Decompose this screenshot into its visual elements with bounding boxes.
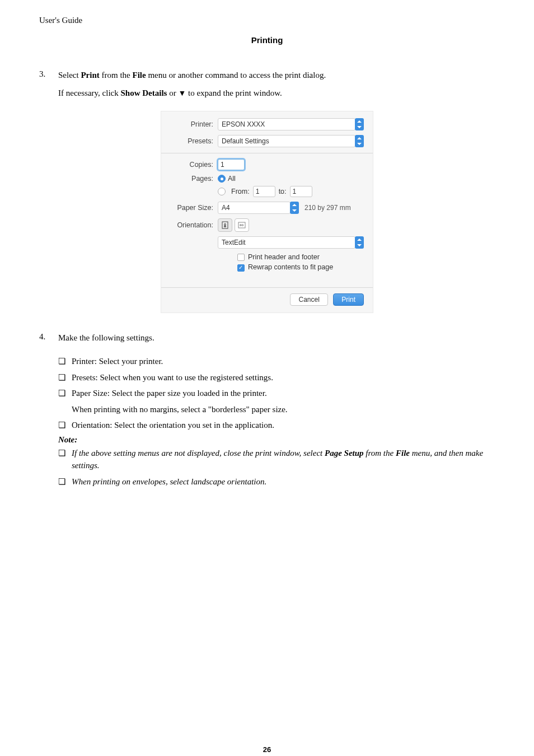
- print-header-label: Print header and footer: [248, 253, 320, 261]
- stepper-icon[interactable]: [355, 118, 364, 130]
- portrait-icon: [222, 221, 228, 229]
- print-dialog: Printer: EPSON XXXX Presets: Default Set…: [161, 111, 373, 313]
- presets-value: Default Settings: [222, 137, 352, 145]
- note-heading: Note:: [58, 435, 495, 445]
- pages-from-value: 1: [256, 188, 260, 195]
- pages-to-value: 1: [293, 188, 297, 195]
- text: from the: [100, 71, 133, 80]
- pages-all-radio[interactable]: [218, 175, 226, 183]
- pages-to-input[interactable]: 1: [290, 186, 312, 197]
- page-number: 26: [39, 745, 495, 754]
- landscape-icon: [238, 222, 246, 228]
- step-number: 4.: [39, 332, 58, 350]
- bullet-icon: ❏: [58, 371, 72, 384]
- text: If necessary, click: [58, 88, 120, 97]
- copies-input[interactable]: 1: [218, 159, 245, 170]
- print-button[interactable]: Print: [333, 293, 364, 306]
- step4-intro: Make the following settings.: [58, 332, 495, 344]
- copies-value: 1: [221, 161, 224, 169]
- orientation-label: Orientation:: [170, 221, 218, 229]
- pages-from-input[interactable]: 1: [253, 186, 275, 197]
- printer-value: EPSON XXXX: [222, 120, 352, 128]
- list-item: Presets: Select when you want to use the…: [72, 371, 495, 384]
- panel-select[interactable]: TextEdit: [218, 236, 355, 249]
- printer-select[interactable]: EPSON XXXX: [218, 118, 355, 130]
- stepper-icon[interactable]: [290, 202, 299, 214]
- text: or: [167, 88, 178, 97]
- pages-label: Pages:: [170, 175, 218, 183]
- text: Select: [58, 71, 81, 80]
- papersize-label: Paper Size:: [170, 204, 218, 212]
- copies-label: Copies:: [170, 161, 218, 169]
- stepper-icon[interactable]: [355, 135, 364, 147]
- note-item: When printing on envelopes, select lands…: [72, 475, 495, 488]
- stepper-icon[interactable]: [355, 236, 364, 249]
- list-item-sub: When printing with no margins, select a …: [72, 403, 495, 416]
- section-heading: Printing: [39, 35, 495, 45]
- cancel-button[interactable]: Cancel: [290, 293, 327, 306]
- print-header-checkbox[interactable]: [237, 254, 245, 261]
- down-triangle-icon: ▼: [178, 88, 186, 99]
- pages-from-radio[interactable]: [218, 188, 226, 195]
- note-item: If the above setting menus are not displ…: [72, 447, 495, 472]
- step3-line1: Select Print from the File menu or anoth…: [58, 69, 495, 82]
- step-number: 3.: [39, 69, 58, 105]
- text: If the above setting menus are not displ…: [72, 449, 325, 458]
- rewrap-checkbox[interactable]: [237, 264, 245, 272]
- list-item: Paper Size: Select the paper size you lo…: [72, 387, 495, 400]
- panel-select-value: TextEdit: [222, 239, 352, 246]
- printer-label: Printer:: [170, 120, 218, 128]
- list-item: Printer: Select your printer.: [72, 355, 495, 368]
- presets-label: Presets:: [170, 137, 218, 145]
- papersize-value: A4: [222, 204, 287, 212]
- text: Page Setup: [325, 449, 364, 458]
- list-item: Orientation: Select the orientation you …: [72, 419, 495, 432]
- orientation-portrait-button[interactable]: [218, 218, 232, 232]
- pages-to-label: to:: [279, 188, 287, 195]
- text: File: [396, 449, 410, 458]
- rewrap-label: Rewrap contents to fit page: [248, 263, 333, 271]
- text: Print: [81, 71, 99, 80]
- pages-all-label: All: [228, 175, 236, 183]
- text: from the: [364, 449, 396, 458]
- presets-select[interactable]: Default Settings: [218, 135, 355, 147]
- text: to expand the print window.: [186, 88, 282, 97]
- papersize-dimensions: 210 by 297 mm: [305, 204, 351, 212]
- bullet-icon: ❏: [58, 447, 72, 460]
- bullet-icon: ❏: [58, 355, 72, 368]
- pages-from-label: From:: [231, 188, 250, 195]
- text: Show Details: [120, 88, 167, 97]
- step3-line2: If necessary, click Show Details or ▼ to…: [58, 87, 495, 100]
- text: menu or another command to access the pr…: [146, 71, 326, 80]
- bullet-icon: ❏: [58, 387, 72, 400]
- text: File: [132, 71, 146, 80]
- bullet-icon: ❏: [58, 475, 72, 488]
- doc-title: User's Guide: [39, 16, 495, 25]
- bullet-icon: ❏: [58, 419, 72, 432]
- papersize-select[interactable]: A4: [218, 202, 291, 214]
- orientation-landscape-button[interactable]: [235, 218, 249, 232]
